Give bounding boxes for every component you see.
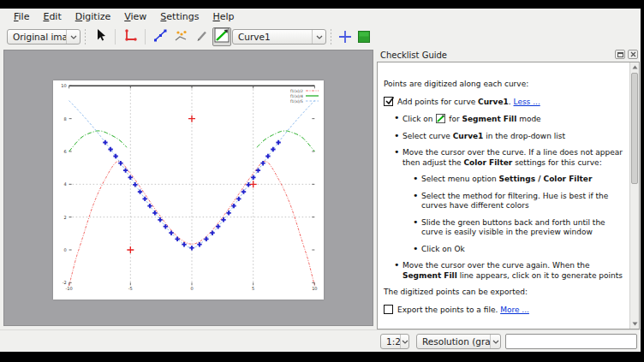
checklist-bullet: Select curve Curve1 in the drop-down lis… — [394, 132, 626, 142]
svg-text:-10: -10 — [66, 286, 73, 291]
svg-text:0: 0 — [63, 247, 66, 252]
menu-help[interactable]: Help — [206, 9, 241, 24]
checklist-sub-bullet: Slide the green buttons back and forth u… — [413, 218, 626, 238]
axis-point-icon — [122, 27, 138, 46]
zoom-value: 1:2 — [381, 336, 400, 347]
checklist-content: Points are digitized along each curve: A… — [378, 62, 629, 329]
segment-fill-icon — [214, 27, 230, 46]
svg-text:-2: -2 — [63, 280, 67, 285]
svg-text:10: 10 — [61, 83, 66, 88]
checklist-bullet: Move the cursor over the curve again. Wh… — [394, 261, 626, 281]
scroll-up-icon[interactable] — [630, 62, 639, 72]
checklist-guide-body: Points are digitized along each curve: A… — [377, 62, 640, 329]
chevron-down-icon[interactable] — [400, 335, 408, 348]
checklist-task-export: Export the points to a file. More ... — [384, 305, 626, 316]
close-panel-button[interactable] — [628, 50, 638, 59]
menu-settings[interactable]: Settings — [153, 9, 206, 24]
chevron-down-icon[interactable] — [490, 335, 500, 348]
checklist-guide-titlebar: Checklist Guide — [377, 48, 640, 62]
menu-view[interactable]: View — [117, 9, 153, 24]
segment-fill-icon — [436, 114, 445, 123]
status-value-field[interactable] — [505, 334, 637, 349]
toolbar-separator — [145, 29, 146, 45]
checklist-export-intro: The digitized points can be exported: — [384, 288, 626, 298]
svg-text:0: 0 — [190, 286, 193, 291]
scroll-down-icon[interactable] — [630, 319, 639, 329]
toolbar-separator — [85, 29, 86, 45]
panel-title: Checklist Guide — [380, 50, 447, 60]
color-picker-icon — [194, 27, 209, 46]
statusbar: 1:2 Resolution (graph): — [0, 329, 641, 352]
fitting-cross-icon[interactable] — [337, 29, 353, 45]
background-selector-value: Original image — [8, 32, 66, 42]
toolbar-separator — [115, 29, 116, 45]
checklist-sub-bullet: Select menu option Settings / Color Filt… — [413, 175, 626, 185]
svg-text:f1(x)/5: f1(x)/5 — [290, 99, 303, 104]
add-points-checkbox[interactable] — [384, 97, 393, 106]
checklist-sub-bullet: Click on Ok — [413, 245, 626, 255]
status-display-selector[interactable]: Resolution (graph): — [416, 334, 501, 349]
status-display-value: Resolution (graph): — [417, 336, 490, 347]
segment-fill-tool-button[interactable] — [212, 27, 231, 46]
screen: FileEditDigitizeViewSettingsHelp Origina… — [0, 0, 644, 362]
zoom-selector[interactable]: 1:2 — [380, 334, 409, 349]
menu-digitize[interactable]: Digitize — [69, 9, 118, 24]
scrollbar-thumb[interactable] — [631, 73, 638, 184]
toolbar: Original image — [0, 24, 641, 50]
menu-file[interactable]: File — [7, 9, 36, 24]
checklist-guide-panel: Checklist Guide Points are digitized alo… — [377, 48, 640, 329]
svg-text:2: 2 — [63, 215, 66, 220]
checklist-task-add-points: Add points for curve Curve1. Less ... — [384, 97, 626, 108]
plot-svg[interactable]: -10-505101086420-2f1(x)/2f1(x)/4f1(x)/5 — [53, 80, 324, 300]
graph-image[interactable]: -10-505101086420-2f1(x)/2f1(x)/4f1(x)/5 — [53, 80, 324, 300]
svg-text:6: 6 — [63, 149, 66, 154]
menu-edit[interactable]: Edit — [36, 9, 68, 24]
checklist-sub-bullet: Select the method for filtering. Hue is … — [413, 192, 626, 211]
task-label: Add points for curve Curve1. Less ... — [397, 97, 540, 108]
point-match-icon — [173, 27, 188, 46]
float-panel-button[interactable] — [615, 50, 625, 59]
graph-canvas[interactable]: -10-505101086420-2f1(x)/2f1(x)/4f1(x)/5 — [3, 50, 373, 326]
point-match-tool-button[interactable] — [171, 27, 190, 46]
svg-text:8: 8 — [63, 116, 66, 122]
svg-text:4: 4 — [63, 181, 66, 187]
curve-point-tool-button[interactable] — [151, 27, 170, 46]
checklist-intro: Points are digitized along each curve: — [384, 80, 626, 90]
checklist-bullet: Click on for Segment Fill mode — [394, 114, 626, 125]
checklist-link[interactable]: Less ... — [514, 98, 540, 106]
checklist-scrollbar[interactable] — [629, 62, 639, 329]
svg-text:5: 5 — [252, 286, 254, 291]
curve-selector[interactable]: Curve1 — [232, 29, 326, 45]
chevron-down-icon[interactable] — [312, 30, 325, 44]
axis-point-tool-button[interactable] — [121, 27, 140, 46]
svg-text:10: 10 — [312, 286, 317, 291]
select-tool-button[interactable] — [91, 27, 110, 46]
svg-text:f1(x)/4: f1(x)/4 — [290, 94, 303, 98]
color-picker-tool-button[interactable] — [192, 27, 211, 46]
checklist-bullet: Move the cursor over the curve. If a lin… — [394, 148, 626, 168]
export-checkbox[interactable] — [384, 305, 393, 314]
filtered-view-square-icon[interactable] — [356, 29, 372, 45]
svg-text:f1(x)/2: f1(x)/2 — [290, 89, 303, 93]
menubar: FileEditDigitizeViewSettingsHelp — [0, 9, 641, 24]
engauge-window: FileEditDigitizeViewSettingsHelp Origina… — [0, 9, 641, 352]
checklist-link[interactable]: More ... — [500, 306, 529, 314]
toolbar-separator — [331, 29, 331, 45]
svg-text:-5: -5 — [128, 286, 133, 291]
task-label: Export the points to a file. More ... — [397, 305, 529, 316]
curve-point-icon — [152, 27, 168, 46]
chevron-down-icon[interactable] — [66, 30, 80, 44]
curve-selector-value: Curve1 — [233, 32, 312, 42]
cursor-arrow-icon — [92, 27, 108, 46]
background-selector[interactable]: Original image — [7, 29, 80, 45]
